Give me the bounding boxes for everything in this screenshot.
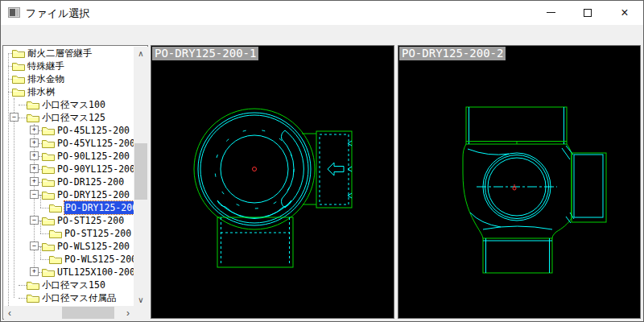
tree-connector <box>19 118 27 118</box>
chevron-right-icon: › <box>126 308 130 319</box>
expand-toggle[interactable]: + <box>30 151 39 160</box>
expand-toggle[interactable]: + <box>30 177 39 186</box>
tree-item[interactable]: +PO-90L125-200 <box>4 150 134 163</box>
expand-toggle[interactable]: + <box>30 267 39 276</box>
expand-toggle[interactable]: − <box>30 190 39 199</box>
minimize-icon <box>547 12 555 13</box>
tree-item[interactable]: −小口径マス125 <box>4 111 134 124</box>
vane-crescents <box>217 130 303 218</box>
tree-connector <box>40 208 49 208</box>
tree-item[interactable]: −PO-WLS125-200 <box>4 240 134 253</box>
scroll-right-button[interactable]: › <box>122 306 134 320</box>
tree-item-label: UTL125X100-200 <box>57 266 134 279</box>
tree-item[interactable]: 排水金物 <box>4 72 134 85</box>
tree-item[interactable]: +PO-DR125-200 <box>4 175 134 188</box>
tree-item-label: 小口径マス150 <box>42 279 105 291</box>
scroll-down-button[interactable]: ∨ <box>134 293 148 306</box>
title-bar: ファイル選択 × <box>1 1 643 25</box>
app-icon <box>8 7 20 18</box>
bottom-socket <box>483 238 552 273</box>
preview-panel-2[interactable]: PO-DRY125-200-2 <box>398 45 641 319</box>
folder-icon <box>12 61 25 72</box>
folder-icon <box>42 164 55 175</box>
tree-item[interactable]: 耐火二層管継手 <box>4 47 134 60</box>
expand-toggle[interactable]: − <box>10 113 19 122</box>
preview-label: PO-DRY125-200-2 <box>399 47 506 60</box>
folder-icon <box>49 203 62 213</box>
folder-icon <box>42 242 55 252</box>
tree-item-label: PO-90L125-200 <box>57 150 130 163</box>
tree-item[interactable]: +PO-45YL125-200 <box>4 137 134 150</box>
folder-icon <box>42 126 55 136</box>
vertical-scrollbar-thumb[interactable] <box>134 143 147 200</box>
tree-item[interactable]: 小口径マス150 <box>4 279 134 291</box>
tree-item-label: PO-DRY125-200 <box>57 188 130 201</box>
file-select-dialog: ファイル選択 × リスト表示 2 ▲ ▼ × 1 ▲ ▼ jws ▼ <box>0 0 644 322</box>
tree-item[interactable]: +PO-90YL125-200 <box>4 163 134 175</box>
top-socket <box>466 107 567 144</box>
close-icon: × <box>621 6 628 20</box>
horizontal-scrollbar[interactable]: ‹ › <box>4 306 134 320</box>
chevron-left-icon: ‹ <box>8 308 11 319</box>
minimize-button[interactable] <box>532 1 569 24</box>
folder-icon <box>49 229 62 239</box>
horizontal-scrollbar-thumb[interactable] <box>62 307 114 319</box>
expand-toggle[interactable]: − <box>30 216 39 225</box>
maximize-button[interactable] <box>569 1 606 24</box>
side-socket <box>302 131 352 208</box>
expand-toggle[interactable]: + <box>30 164 39 173</box>
app-icon-glyph <box>10 9 15 16</box>
body-circles <box>194 109 315 229</box>
flow-arrow <box>328 163 344 175</box>
opening-rings <box>477 153 557 221</box>
tree-item[interactable]: +PO-45L125-200 <box>4 124 134 137</box>
tree-item-label: 小口径マス付属品 <box>42 291 117 304</box>
vertical-scrollbar[interactable]: ∧ ∨ <box>134 47 148 306</box>
tree-item[interactable]: 小口径マス付属品 <box>4 291 134 304</box>
tree-connector <box>40 233 49 234</box>
folder-icon <box>42 177 55 188</box>
folder-icon <box>42 190 55 200</box>
tree-item-label: 特殊継手 <box>27 60 64 72</box>
tree-item-label: PO-ST125-200 <box>64 227 131 240</box>
tree-item[interactable]: 特殊継手 <box>4 60 134 72</box>
tree-item-label: PO-WLS125-200 <box>57 240 130 253</box>
toolbar: リスト表示 2 ▲ ▼ × 1 ▲ ▼ jws ▼ 【図形】 <box>1 25 643 45</box>
tree-item[interactable]: 排水桝 <box>4 85 134 98</box>
center-mark <box>513 184 516 190</box>
fitting-top-view-drawing <box>151 46 394 318</box>
folder-icon <box>27 113 39 123</box>
tree-item[interactable]: PO-DRY125-200 <box>4 201 134 214</box>
folder-icon <box>27 280 39 291</box>
folder-tree: 耐火二層管継手特殊継手排水金物排水桝小口径マス100−小口径マス125+PO-4… <box>2 45 148 320</box>
preview-panel-1[interactable]: PO-DRY125-200-1 <box>151 45 394 319</box>
expand-toggle[interactable]: + <box>30 126 39 134</box>
folder-icon <box>42 216 55 226</box>
close-button[interactable]: × <box>606 1 643 24</box>
tree-connector <box>19 105 27 105</box>
tree-item[interactable]: −PO-ST125-200 <box>4 214 134 227</box>
chevron-up-icon: ∧ <box>138 49 143 58</box>
tree-item-label: PO-45L125-200 <box>57 124 130 137</box>
tree-item[interactable]: PO-ST125-200 <box>4 227 134 240</box>
tree-item[interactable]: PO-WLS125-200 <box>4 253 134 266</box>
tree-item-label: 小口径マス125 <box>42 111 105 124</box>
scroll-left-button[interactable]: ‹ <box>4 306 15 320</box>
tree-item-label: PO-ST125-200 <box>57 214 124 227</box>
tree-rows: 耐火二層管継手特殊継手排水金物排水桝小口径マス100−小口径マス125+PO-4… <box>4 47 134 306</box>
fitting-side-view-drawing <box>398 46 640 318</box>
folder-icon <box>42 267 55 278</box>
tree-item[interactable]: −PO-DRY125-200 <box>4 188 134 201</box>
center-mark <box>253 167 257 171</box>
tree-item[interactable]: 小口径マス100 <box>4 98 134 111</box>
tree-item-label: PO-90YL125-200 <box>57 163 134 175</box>
scroll-up-button[interactable]: ∧ <box>134 47 148 60</box>
tree-item[interactable]: +UTL125X100-200 <box>4 266 134 279</box>
expand-toggle[interactable]: + <box>30 138 39 147</box>
expand-toggle[interactable]: − <box>30 242 39 250</box>
app-icon-glyph-light <box>16 9 19 16</box>
folder-icon <box>42 151 55 162</box>
tree-item-label: 小口径マス100 <box>42 98 105 111</box>
chevron-down-icon: ∨ <box>138 295 143 304</box>
folder-icon <box>12 74 25 85</box>
